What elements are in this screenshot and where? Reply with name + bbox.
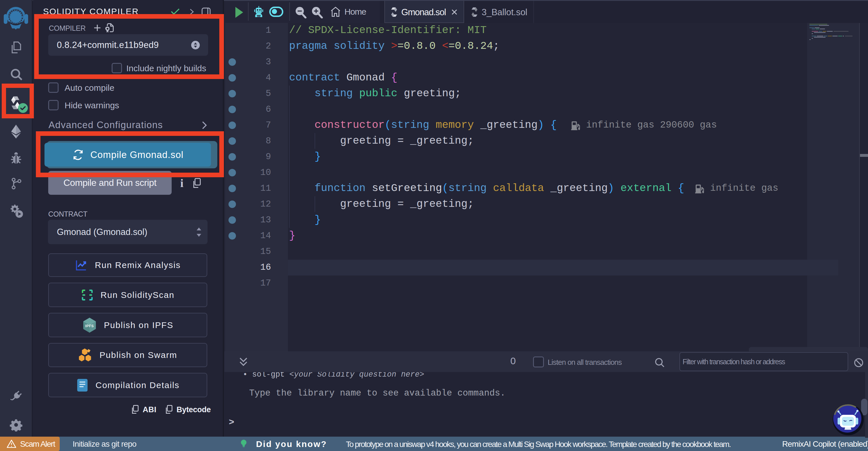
svg-text:IPFS: IPFS [85, 324, 94, 328]
